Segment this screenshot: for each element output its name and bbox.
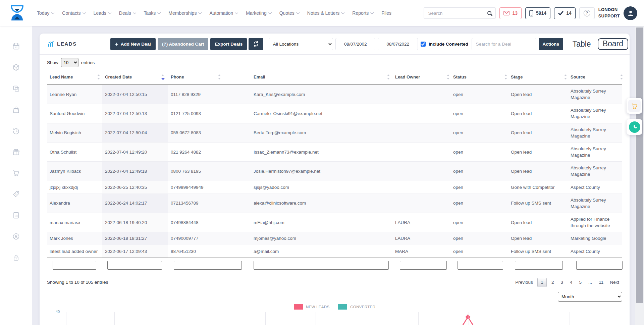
nav-item-deals[interactable]: Deals bbox=[119, 10, 136, 16]
whatsapp-floating-button[interactable] bbox=[627, 119, 642, 135]
column-filter-lead-owner[interactable] bbox=[400, 261, 447, 270]
page-link-4[interactable]: 4 bbox=[567, 278, 576, 286]
export-deals-button[interactable]: Export Deals bbox=[210, 38, 247, 50]
refresh-button[interactable] bbox=[249, 38, 263, 50]
cell-phone: 07213456789 bbox=[168, 194, 251, 213]
copy-icon[interactable] bbox=[12, 85, 20, 93]
envelope-icon bbox=[503, 11, 509, 15]
user-avatar[interactable] bbox=[624, 6, 637, 20]
table-row[interactable]: Sanford Goodwin2022-07-04 12:50:130121 7… bbox=[47, 104, 622, 123]
page-link-5[interactable]: 5 bbox=[576, 278, 585, 286]
cell-created-date: 2022-07-04 12:50:15 bbox=[102, 85, 168, 104]
location-filter-select[interactable]: All Locations bbox=[269, 38, 333, 50]
calls-badge[interactable]: 5914 bbox=[525, 7, 550, 19]
page-link-2[interactable]: 2 bbox=[548, 278, 557, 286]
nav-item-notes-letters[interactable]: Notes & Letters bbox=[307, 10, 344, 16]
next-page-button[interactable]: Next bbox=[607, 278, 622, 286]
column-filter-created-date[interactable] bbox=[107, 261, 162, 270]
cell-source: Absolutely Surrey Magazine bbox=[568, 85, 622, 104]
table-view-toggle[interactable]: Table bbox=[573, 40, 591, 49]
nav-item-today[interactable]: Today bbox=[37, 10, 54, 16]
chevron-down-icon bbox=[51, 11, 55, 14]
messages-badge[interactable]: 13 bbox=[499, 7, 522, 19]
price-tag-icon[interactable]: $ bbox=[12, 190, 20, 198]
search-icon bbox=[487, 11, 491, 15]
table-row[interactable]: jzjxjxj xkxkdjdj2022-06-25 12:40:3507499… bbox=[47, 181, 622, 194]
cell-lead-owner bbox=[392, 123, 450, 142]
page-link-3[interactable]: 3 bbox=[557, 278, 567, 286]
cell-source: Absolutely Surrey Magazine bbox=[568, 123, 622, 142]
date-from-input[interactable] bbox=[335, 38, 375, 50]
date-to-input[interactable] bbox=[378, 38, 418, 50]
table-row[interactable]: mariax mariasx2022-06-18 19:40:200749888… bbox=[47, 213, 622, 232]
app-logo-icon[interactable] bbox=[9, 4, 25, 22]
board-view-toggle[interactable]: Board bbox=[598, 38, 628, 50]
page-active[interactable]: 1 bbox=[537, 278, 547, 287]
column-header-status[interactable]: Status bbox=[450, 70, 508, 85]
nav-item-label: Tasks bbox=[144, 10, 156, 16]
nav-item-quotes[interactable]: Quotes bbox=[279, 10, 299, 16]
account-icon[interactable] bbox=[12, 232, 20, 240]
table-row[interactable]: latest lead added owner2022-06-17 12:09:… bbox=[47, 245, 622, 258]
previous-page-button[interactable]: Previous bbox=[512, 278, 536, 286]
chart-period-select[interactable]: Month bbox=[558, 292, 622, 302]
actions-button[interactable]: Actions bbox=[539, 38, 563, 50]
nav-item-reports[interactable]: Reports bbox=[352, 10, 373, 16]
add-new-deal-button[interactable]: + Add New Deal bbox=[110, 38, 156, 50]
tasks-badge[interactable]: 14 bbox=[554, 7, 576, 19]
shopping-bag-icon[interactable] bbox=[12, 106, 20, 114]
column-header-label: Email bbox=[254, 74, 265, 79]
abandoned-cart-floating-button[interactable] bbox=[627, 98, 642, 114]
page-scrollbar-thumb[interactable] bbox=[636, 28, 643, 303]
global-search-input[interactable] bbox=[424, 11, 483, 16]
table-row[interactable]: Jazmyn Kilback2022-07-04 12:49:180800 76… bbox=[47, 162, 622, 181]
include-converted-label[interactable]: Include Converted bbox=[429, 42, 468, 47]
gift-icon[interactable] bbox=[12, 148, 20, 156]
nav-item-marketing[interactable]: Marketing bbox=[246, 10, 271, 16]
table-row[interactable]: Otha Schulist2022-07-04 12:49:20021 9264… bbox=[47, 142, 622, 161]
nav-item-contacts[interactable]: Contacts bbox=[62, 10, 85, 16]
nav-item-files[interactable]: Files bbox=[381, 10, 391, 16]
column-filter-email[interactable] bbox=[254, 261, 389, 270]
package-icon[interactable] bbox=[12, 63, 20, 71]
page-link-11[interactable]: 11 bbox=[595, 278, 607, 286]
column-header-source[interactable]: Source bbox=[568, 70, 622, 85]
account-name: LONDON SUPPORT bbox=[598, 7, 620, 19]
nav-item-label: Today bbox=[37, 10, 49, 16]
column-header-created-date[interactable]: Created Date bbox=[102, 70, 168, 85]
cell-status: open bbox=[450, 232, 508, 245]
page-size-select[interactable]: 10 bbox=[61, 58, 78, 67]
help-button[interactable]: ? bbox=[579, 7, 595, 19]
search-button[interactable] bbox=[483, 8, 495, 18]
svg-text:12: 12 bbox=[15, 46, 17, 49]
table-row[interactable]: Mark Jones2022-06-18 18:31:2707490009777… bbox=[47, 232, 622, 245]
column-filter-phone[interactable] bbox=[174, 261, 242, 270]
table-row[interactable]: Melvin Bogisich2022-07-04 12:50:04055 06… bbox=[47, 123, 622, 142]
column-filter-stage[interactable] bbox=[515, 261, 563, 270]
lock-icon[interactable] bbox=[12, 254, 20, 262]
column-filter-lead-name[interactable] bbox=[53, 261, 96, 270]
nav-item-tasks[interactable]: Tasks bbox=[144, 10, 160, 16]
table-row[interactable]: Alexandra2022-06-24 14:02:1707213456789a… bbox=[47, 194, 622, 213]
nav-item-leads[interactable]: Leads bbox=[94, 10, 111, 16]
nav-item-automation[interactable]: Automation bbox=[209, 10, 237, 16]
column-header-stage[interactable]: Stage bbox=[508, 70, 568, 85]
report-icon[interactable] bbox=[12, 211, 20, 219]
cell-stage: Gone with Competitor bbox=[508, 181, 568, 194]
column-filter-status[interactable] bbox=[458, 261, 503, 270]
abandoned-cart-button[interactable]: (?) Abandoned Cart bbox=[158, 38, 208, 50]
table-row[interactable]: Leanne Ryan2022-07-04 12:50:150117 828 9… bbox=[47, 85, 622, 104]
calendar-icon[interactable]: 12 bbox=[12, 42, 20, 50]
column-header-phone[interactable]: Phone bbox=[168, 70, 251, 85]
column-header-lead-name[interactable]: Lead Name bbox=[47, 70, 102, 85]
deal-search-input[interactable] bbox=[472, 38, 536, 50]
history-icon[interactable] bbox=[12, 127, 20, 135]
column-header-lead-owner[interactable]: Lead Owner bbox=[392, 70, 450, 85]
column-header-email[interactable]: Email bbox=[251, 70, 392, 85]
column-filter-source[interactable] bbox=[576, 261, 623, 270]
include-converted-checkbox[interactable] bbox=[421, 42, 426, 47]
cell-phone: 9876451230 bbox=[168, 245, 251, 258]
cart-icon[interactable] bbox=[12, 169, 20, 177]
nav-item-memberships[interactable]: Memberships bbox=[168, 10, 201, 16]
new-leads-swatch bbox=[294, 304, 303, 310]
